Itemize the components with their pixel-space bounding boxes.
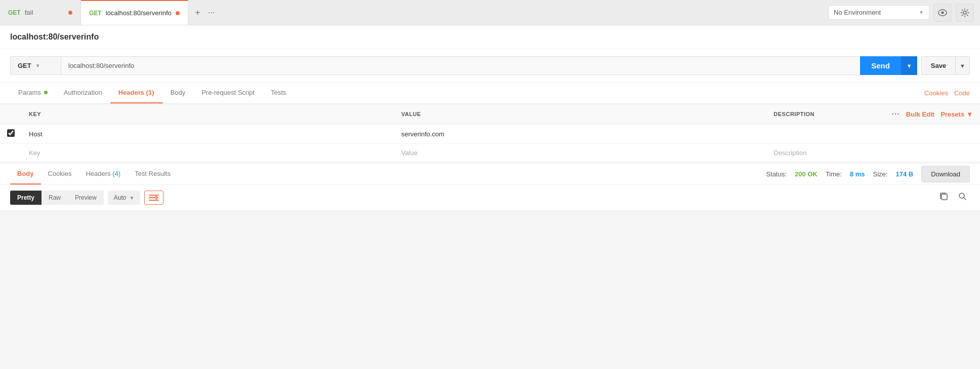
th-checkbox: [0, 104, 22, 124]
resp-headers-badge: (4): [112, 170, 120, 177]
tab-serverinfo[interactable]: GET localhost:80/serverinfo: [81, 0, 188, 25]
tab-authorization[interactable]: Authorization: [56, 83, 110, 103]
time-label: Time:: [826, 170, 842, 178]
save-dropdown-button[interactable]: ▼: [955, 56, 970, 75]
th-description-actions: DESCRIPTION ··· Bulk Edit Presets ▼: [773, 109, 973, 119]
time-value: 8 ms: [850, 170, 865, 178]
env-label: No Environment: [834, 9, 881, 16]
row-value-cell[interactable]: serverinfo.com: [394, 124, 767, 144]
wrap-button[interactable]: [144, 191, 164, 205]
env-chevron-icon: ▼: [919, 10, 924, 15]
response-format-selector[interactable]: Auto ▼: [108, 191, 141, 205]
th-description-label: DESCRIPTION: [773, 111, 814, 117]
empty-row-description-cell[interactable]: Description: [766, 144, 980, 162]
headers-table: KEY VALUE DESCRIPTION ··· Bulk Edit Pres…: [0, 104, 980, 162]
presets-label: Presets: [941, 110, 964, 118]
tab-tests[interactable]: Tests: [263, 83, 294, 103]
empty-row-value-cell[interactable]: Value: [394, 144, 767, 162]
size-label: Size:: [873, 170, 888, 178]
request-title: localhost:80/serverinfo: [0, 25, 980, 49]
th-description-cell: DESCRIPTION ··· Bulk Edit Presets ▼: [766, 104, 980, 124]
resp-view-preview[interactable]: Preview: [68, 191, 104, 205]
tab-headers[interactable]: Headers (1): [110, 83, 162, 103]
response-meta: Status: 200 OK Time: 8 ms Size: 174 B Do…: [766, 166, 970, 182]
tab-serverinfo-unsaved-dot: [176, 11, 180, 15]
resp-format-chevron-icon: ▼: [129, 195, 134, 201]
row-checkbox[interactable]: [7, 129, 15, 137]
th-value: VALUE: [394, 104, 767, 124]
svg-line-8: [964, 198, 966, 200]
empty-row-description-placeholder: Description: [773, 149, 806, 157]
resp-view-raw[interactable]: Raw: [42, 191, 68, 205]
resp-view-pretty[interactable]: Pretty: [10, 191, 42, 205]
search-button[interactable]: [955, 190, 970, 205]
tab-prerequest[interactable]: Pre-request Script: [193, 83, 263, 103]
empty-row-checkbox-cell: [0, 144, 22, 162]
tab-prerequest-label: Pre-request Script: [201, 89, 255, 96]
eye-icon-button[interactable]: [933, 4, 952, 22]
environment-selector[interactable]: No Environment ▼: [828, 5, 929, 20]
empty-row-key-cell[interactable]: Key: [22, 144, 394, 162]
response-tabs: Body Cookies Headers (4) Test Results St…: [0, 164, 980, 185]
send-button[interactable]: Send: [860, 56, 901, 75]
request-tabs-right: Cookies Code: [924, 89, 970, 97]
tab-fail-method: GET: [8, 9, 21, 16]
row-checkbox-cell[interactable]: [0, 124, 22, 144]
tab-authorization-label: Authorization: [64, 89, 102, 96]
more-dots-icon[interactable]: ···: [891, 109, 900, 119]
send-dropdown-button[interactable]: ▼: [901, 56, 917, 75]
main-content: localhost:80/serverinfo GET ▼ Send ▼ Sav…: [0, 25, 980, 162]
svg-rect-6: [942, 194, 947, 200]
row-description-cell[interactable]: [766, 124, 980, 144]
table-row: Host serverinfo.com: [0, 124, 980, 144]
tab-params-label: Params: [18, 89, 41, 96]
table-row-empty: Key Value Description: [0, 144, 980, 162]
status-value: 200 OK: [795, 170, 818, 178]
method-selector[interactable]: GET ▼: [10, 56, 61, 75]
tab-fail[interactable]: GET fail: [0, 0, 81, 25]
resp-tab-testresults-label: Test Results: [135, 170, 171, 177]
resp-tab-headers-label: Headers (4): [86, 170, 120, 177]
headers-table-header-row: KEY VALUE DESCRIPTION ··· Bulk Edit Pres…: [0, 104, 980, 124]
tab-params[interactable]: Params: [10, 83, 56, 103]
save-button[interactable]: Save: [921, 56, 955, 75]
resp-tab-headers[interactable]: Headers (4): [78, 164, 128, 184]
request-tabs: Params Authorization Headers (1) Body Pr…: [0, 83, 980, 104]
tab-bar-right: No Environment ▼: [822, 4, 980, 22]
add-tab-button[interactable]: +: [192, 6, 203, 19]
method-chevron-icon: ▼: [35, 63, 40, 68]
tab-body[interactable]: Body: [162, 83, 194, 103]
status-label: Status:: [766, 170, 787, 178]
resp-tab-body[interactable]: Body: [10, 164, 41, 184]
settings-icon-button[interactable]: [956, 4, 974, 22]
code-link[interactable]: Code: [954, 89, 970, 97]
tab-tests-label: Tests: [271, 89, 286, 96]
url-bar: GET ▼ Send ▼ Save ▼: [0, 49, 980, 83]
resp-format-label: Auto: [114, 194, 127, 201]
tab-actions: + ···: [188, 6, 222, 19]
tab-serverinfo-method: GET: [89, 10, 102, 17]
cookies-link[interactable]: Cookies: [924, 89, 948, 97]
save-button-group: Save ▼: [921, 56, 970, 75]
copy-icon: [940, 192, 948, 201]
tab-headers-label: Headers (1): [118, 89, 154, 96]
tab-bar: GET fail GET localhost:80/serverinfo + ·…: [0, 0, 980, 25]
more-tabs-button[interactable]: ···: [205, 6, 218, 19]
size-value: 174 B: [895, 170, 913, 178]
row-key-cell[interactable]: Host: [22, 124, 394, 144]
response-body-toolbar: Pretty Raw Preview Auto ▼: [0, 185, 980, 211]
resp-tab-cookies[interactable]: Cookies: [41, 164, 79, 184]
tab-fail-label: fail: [25, 9, 33, 16]
response-toolbar-right: [936, 190, 970, 205]
copy-button[interactable]: [936, 190, 951, 205]
url-input[interactable]: [61, 56, 860, 75]
presets-button[interactable]: Presets ▼: [941, 110, 973, 118]
resp-tab-testresults[interactable]: Test Results: [128, 164, 178, 184]
th-key: KEY: [22, 104, 394, 124]
row-key-value: Host: [29, 130, 43, 138]
bulk-edit-button[interactable]: Bulk Edit: [906, 110, 934, 118]
tab-serverinfo-label: localhost:80/serverinfo: [106, 9, 172, 17]
response-section: Body Cookies Headers (4) Test Results St…: [0, 162, 980, 211]
download-button[interactable]: Download: [921, 166, 970, 182]
wrap-lines-icon: [149, 194, 159, 202]
